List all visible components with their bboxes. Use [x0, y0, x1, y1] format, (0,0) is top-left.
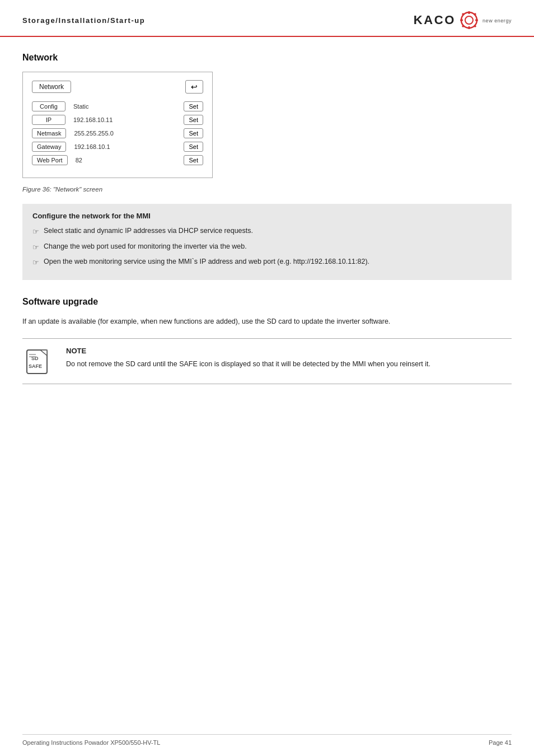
svg-text:SAFE: SAFE: [29, 363, 42, 369]
ip-label: IP: [32, 115, 65, 125]
network-section-title: Network: [22, 53, 512, 63]
mockup-header: Network ↩: [32, 80, 203, 94]
bullet-icon-3: ☞: [32, 257, 39, 268]
gateway-label: Gateway: [32, 142, 66, 152]
netmask-value: 255.255.255.0: [71, 129, 179, 138]
svg-rect-5: [475, 20, 478, 21]
gateway-set-button[interactable]: Set: [184, 142, 203, 152]
svg-marker-11: [40, 350, 47, 356]
svg-rect-2: [469, 11, 470, 14]
software-description: If an update is available (for example, …: [22, 316, 512, 327]
note-text: Do not remove the SD card until the SAFE…: [66, 358, 512, 370]
mockup-row-config: Config Static Set: [32, 101, 203, 111]
software-section: Software upgrade If an update is availab…: [22, 297, 512, 327]
figure-caption: Figure 36: "Network" screen: [22, 186, 512, 193]
software-section-title: Software upgrade: [22, 297, 512, 307]
netmask-set-button[interactable]: Set: [184, 128, 203, 138]
page-content: Network Network ↩ Config Static Set IP 1…: [0, 37, 534, 418]
footer-left: Operating Instructions Powador XP500/550…: [22, 739, 160, 746]
gateway-value: 192.168.10.1: [71, 142, 179, 151]
config-set-button[interactable]: Set: [184, 101, 203, 111]
configure-info-box: Configure the network for the MMI ☞ Sele…: [22, 204, 512, 280]
footer-right: Page 41: [489, 739, 512, 746]
config-label: Config: [32, 101, 65, 111]
info-text-3: Open the web monitoring service using th…: [44, 256, 369, 267]
svg-point-1: [465, 16, 473, 24]
mockup-row-ip: IP 192.168.10.11 Set: [32, 115, 203, 125]
webport-label: Web Port: [32, 155, 68, 165]
header-title: Storage/Installation/Start-up: [22, 16, 145, 25]
mockup-network-button[interactable]: Network: [32, 81, 71, 93]
info-item-3: ☞ Open the web monitoring service using …: [32, 256, 502, 268]
network-mockup: Network ↩ Config Static Set IP 192.168.1…: [22, 72, 213, 178]
note-icon-area: SD SAFE: [22, 347, 56, 376]
bullet-icon-2: ☞: [32, 242, 39, 253]
webport-value: 82: [72, 156, 180, 165]
configure-box-title: Configure the network for the MMI: [32, 212, 502, 220]
page-header: Storage/Installation/Start-up KACO new e…: [0, 0, 534, 37]
logo-subtitle: new energy: [483, 18, 512, 24]
note-box: SD SAFE NOTE Do not remove the SD card u…: [22, 338, 512, 384]
logo-area: KACO new energy: [414, 10, 512, 30]
webport-set-button[interactable]: Set: [184, 155, 203, 165]
mockup-back-button[interactable]: ↩: [185, 80, 203, 94]
bullet-icon-1: ☞: [32, 226, 39, 237]
logo-text: KACO: [414, 13, 456, 27]
svg-rect-4: [460, 20, 463, 21]
info-text-1: Select static and dynamic IP addresses v…: [44, 226, 253, 236]
ip-value: 192.168.10.11: [70, 115, 179, 124]
info-item-1: ☞ Select static and dynamic IP addresses…: [32, 226, 502, 237]
mockup-row-gateway: Gateway 192.168.10.1 Set: [32, 142, 203, 152]
info-item-2: ☞ Change the web port used for monitorin…: [32, 241, 502, 253]
mockup-row-webport: Web Port 82 Set: [32, 155, 203, 165]
info-text-2: Change the web port used for monitoring …: [44, 241, 247, 252]
page-footer: Operating Instructions Powador XP500/550…: [22, 734, 512, 746]
sd-safe-icon: SD SAFE: [25, 347, 54, 376]
mockup-row-netmask: Netmask 255.255.255.0 Set: [32, 128, 203, 138]
ip-set-button[interactable]: Set: [184, 115, 203, 125]
note-content: NOTE Do not remove the SD card until the…: [66, 347, 512, 370]
kaco-logo-icon: [459, 10, 479, 30]
logo-subtitle-area: new energy: [483, 17, 512, 24]
netmask-label: Netmask: [32, 128, 66, 138]
config-value: Static: [70, 102, 179, 111]
note-title: NOTE: [66, 347, 512, 355]
svg-rect-3: [469, 26, 470, 29]
